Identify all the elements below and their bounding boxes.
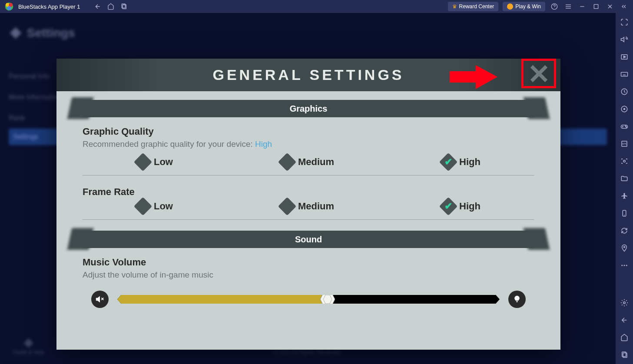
diamond-radio-icon [134, 153, 152, 171]
phone-icon[interactable] [620, 208, 629, 218]
side-toolbar: APK [616, 13, 633, 364]
menu-button[interactable] [563, 2, 573, 11]
svg-rect-23 [621, 73, 628, 76]
home-button[interactable] [106, 2, 116, 11]
bg-settings-title: Settings [27, 26, 75, 40]
svg-rect-11 [594, 4, 598, 8]
svg-point-39 [623, 160, 626, 162]
gear-icon[interactable] [620, 298, 629, 308]
location-icon[interactable] [620, 243, 629, 253]
bg-guide-help: ◆ Guide & Help [13, 335, 44, 355]
diamond-radio-checked-icon: ✔ [439, 153, 457, 171]
side-recent-icon[interactable] [620, 350, 629, 360]
svg-point-43 [621, 265, 623, 266]
graphic-quality-low[interactable]: Low [136, 156, 173, 169]
slider-thumb[interactable] [320, 292, 335, 306]
svg-point-35 [625, 126, 626, 127]
side-home-icon[interactable] [620, 333, 629, 342]
graphic-quality-medium[interactable]: Medium [281, 156, 334, 169]
close-modal-button[interactable] [529, 64, 549, 83]
bluestacks-logo-icon [4, 2, 14, 11]
play-win-label: Play & Win [515, 3, 541, 10]
more-icon[interactable] [620, 261, 629, 270]
target-icon[interactable] [620, 104, 629, 114]
frame-rate-medium[interactable]: Medium [281, 200, 334, 213]
diamond-radio-checked-icon: ✔ [439, 197, 457, 215]
history-icon[interactable] [620, 87, 629, 96]
airplane-icon[interactable] [620, 191, 629, 201]
bg-footer: © IGG All Rights Reserved. [274, 349, 342, 355]
diamond-radio-icon [278, 197, 296, 215]
svg-marker-18 [320, 292, 335, 306]
music-volume-title: Music Volume [83, 257, 534, 268]
modal-title: GENERAL SETTINGS [212, 66, 404, 83]
svg-marker-22 [624, 56, 626, 58]
keyboard-icon[interactable] [620, 69, 629, 79]
diamond-radio-icon [134, 197, 152, 215]
side-back-icon[interactable] [620, 315, 629, 325]
app-title: BlueStacks App Player 1 [18, 3, 80, 10]
crown-icon: ♛ [452, 3, 457, 10]
graphic-quality-title: Graphic Quality [83, 126, 534, 137]
svg-point-31 [624, 109, 625, 110]
gamepad-icon[interactable] [620, 122, 629, 131]
frame-rate-title: Frame Rate [83, 186, 534, 198]
game-viewport: Settings Personal Info More Information … [0, 13, 616, 364]
modal-header: GENERAL SETTINGS [56, 59, 560, 91]
folder-icon[interactable] [620, 174, 629, 183]
play-win-button[interactable]: Play & Win [503, 2, 545, 11]
svg-point-3 [7, 6, 11, 10]
play-in-window-icon[interactable] [620, 52, 629, 62]
svg-text:APK: APK [622, 142, 627, 145]
frame-rate-low[interactable]: Low [136, 200, 173, 213]
annotation-arrow-icon [450, 65, 497, 89]
apk-icon[interactable]: APK [620, 139, 629, 149]
svg-point-36 [626, 127, 627, 128]
graphic-quality-high[interactable]: ✔ High [442, 156, 481, 169]
frame-rate-options: Low Medium ✔ High [83, 200, 534, 220]
mute-icon[interactable] [91, 291, 109, 308]
orange-dot-icon [507, 3, 513, 10]
close-window-button[interactable] [605, 2, 615, 11]
svg-point-45 [626, 265, 627, 266]
collapse-sidebar-button[interactable] [619, 2, 629, 11]
svg-point-42 [624, 246, 625, 248]
reward-center-label: Reward Center [459, 3, 494, 10]
graphics-section-banner: Graphics [83, 100, 534, 117]
maximize-button[interactable] [591, 2, 601, 11]
svg-rect-20 [516, 301, 517, 302]
diamond-radio-icon [278, 153, 296, 171]
svg-point-46 [623, 302, 626, 304]
sound-section-banner: Sound [83, 231, 534, 248]
minimize-button[interactable] [577, 2, 587, 11]
music-volume-desc: Adjust the volume of in-game music [83, 270, 534, 280]
graphic-quality-options: Low Medium ✔ High [83, 156, 534, 175]
frame-rate-high[interactable]: ✔ High [442, 200, 481, 213]
help-button[interactable] [550, 2, 559, 11]
graphic-quality-desc: Recommended graphic quality for your dev… [83, 139, 534, 149]
general-settings-modal: GENERAL SETTINGS Graphics Graphic Qualit… [56, 59, 560, 350]
svg-point-44 [624, 265, 625, 266]
annotation-highlight [521, 59, 556, 88]
volume-icon[interactable] [620, 35, 629, 44]
music-volume-slider[interactable] [117, 295, 500, 304]
titlebar: BlueStacks App Player 1 ♛ Reward Center … [0, 0, 633, 13]
fullscreen-icon[interactable] [620, 17, 629, 27]
rotate-icon[interactable] [620, 226, 629, 235]
back-button[interactable] [93, 2, 103, 11]
reward-center-button[interactable]: ♛ Reward Center [448, 2, 499, 11]
screenshot-icon[interactable] [620, 156, 629, 166]
recent-apps-button[interactable] [119, 2, 129, 11]
volume-max-icon[interactable] [508, 291, 526, 308]
